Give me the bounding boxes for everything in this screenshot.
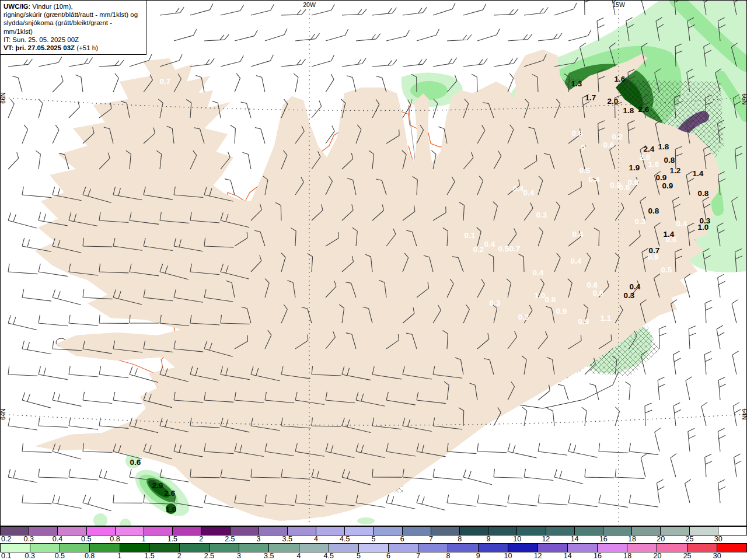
sleet-scale-segment: [58, 527, 86, 535]
sleet-scale-segment: [259, 527, 288, 535]
sleet-scale-segment: [374, 527, 402, 535]
scale-tick-label: 16: [594, 552, 602, 560]
precip-value-label: 0.3: [700, 216, 711, 225]
scale-tick-label: 20: [653, 552, 661, 560]
precip-value-label: 2.0: [608, 97, 619, 106]
scale-tick-label: 10: [513, 535, 521, 543]
scale-tick-label: 1: [117, 552, 121, 560]
rain-scale-segment: [508, 544, 538, 552]
rain-scale-segment: [568, 544, 598, 552]
precip-value-label: 0.3: [624, 291, 635, 300]
scale-tick-label: 1.5: [167, 535, 177, 543]
precip-value-label: 1.3: [571, 79, 582, 88]
precip-value-label: 1.2: [670, 166, 681, 175]
scale-tick-label: 20: [657, 535, 665, 543]
rain-scale-segment: [90, 544, 120, 552]
precip-value-label: 1.6: [648, 160, 659, 169]
sleet-scale-segment: [517, 527, 546, 535]
scale-tick-label: 18: [623, 552, 631, 560]
precip-value-label: 1.8: [623, 106, 634, 115]
rain-scale-segment: [150, 544, 180, 552]
scale-tick-label: 0.1: [1, 552, 11, 560]
iceland-weather-map: 20W15W66N64N66N64N 1.31.61.72.01.82.62.4…: [0, 0, 747, 526]
sleet-snow-scale-labels: 0.20.30.40.50.811.522.533.544.5567891012…: [0, 536, 747, 543]
precip-value-label: 0.3: [635, 217, 646, 226]
precip-value-label: 1.7: [585, 93, 596, 102]
scale-tick-label: 0.3: [24, 535, 34, 543]
scale-tick-label: 3.5: [282, 535, 292, 543]
precip-value-label: 0.6: [603, 141, 615, 149]
precip-value-label: 0.9: [578, 317, 589, 326]
rain-shower-scale-labels: 0.10.30.50.811.522.533.544.5567891012141…: [0, 552, 747, 560]
rain-scale-segment: [269, 544, 299, 552]
precip-value-label: 0.4: [571, 257, 582, 265]
precip-value-label: 1.0: [535, 291, 546, 300]
precip-value-label: 0.3: [536, 211, 547, 219]
sleet-scale-segment: [460, 527, 488, 535]
scale-tick-label: 14: [564, 552, 572, 560]
precip-value-label: 0.6: [593, 289, 604, 298]
precip-value-label: 0: [581, 143, 585, 152]
precip-value-label: 0.4: [573, 230, 584, 239]
rain-scale-segment: [359, 544, 389, 552]
scale-tick-label: 0.4: [53, 535, 62, 543]
scale-tick-label: 10: [504, 552, 512, 560]
sleet-scale-segment: [431, 527, 460, 535]
precip-value-label: 0.2: [473, 245, 484, 254]
scale-tick-label: 4.5: [323, 552, 333, 560]
precip-value-label: 0.8: [572, 129, 583, 138]
rain-scale-segment: [418, 544, 448, 552]
longitude-label: 20W: [303, 1, 316, 8]
title-line-4: IT: Sun. 25. 05. 2025 00Z: [4, 36, 142, 44]
precip-value-label: 0.6: [666, 235, 677, 244]
precip-value-label: 0.8: [545, 295, 556, 304]
latitude-label: 66N: [0, 92, 6, 103]
precip-value-label: 0.8: [664, 156, 675, 164]
precip-value-label: 0.4: [513, 184, 524, 193]
rain-scale-segment: [657, 544, 687, 552]
scale-tick-label: 8: [458, 535, 462, 543]
scale-tick-label: 0.5: [81, 535, 91, 543]
scale-tick-label: 7: [416, 552, 420, 560]
precip-value-label: 0.4: [523, 188, 535, 197]
scale-tick-label: 2.5: [225, 535, 235, 543]
precip-value-label: 0.3: [490, 299, 501, 307]
legend: 0.20.30.40.50.811.522.533.544.5567891012…: [0, 526, 747, 560]
precip-value-label: 0.9: [648, 253, 659, 261]
scale-tick-label: 30: [714, 535, 722, 543]
sleet-snow-scale-bar: [0, 526, 747, 536]
scale-tick-label: 1.5: [144, 552, 154, 560]
title-line-3: slydda/snjókoma (grátt/bleikt/grænt - mm…: [4, 19, 142, 35]
precip-value-label: 1.0: [166, 505, 177, 514]
scale-tick-label: 9: [486, 535, 490, 543]
rain-scale-segment: [180, 544, 210, 552]
sleet-scale-segment: [403, 527, 431, 535]
precip-value-label: 0.6: [130, 458, 141, 467]
sleet-scale-segment: [546, 527, 575, 535]
rain-scale-segment: [538, 544, 568, 552]
precip-value-label: 2.9: [152, 481, 163, 490]
precip-value-label: 0.8: [648, 206, 659, 215]
rain-scale-segment: [0, 544, 30, 552]
precip-value-label: 0.1: [465, 231, 476, 240]
sleet-scale-segment: [231, 527, 259, 535]
sleet-scale-segment: [201, 527, 230, 535]
weather-map-screen: 20W15W66N64N66N64N 1.31.61.72.01.82.62.4…: [0, 0, 747, 560]
rain-scale-segment: [598, 544, 627, 552]
rain-scale-segment: [210, 544, 239, 552]
sleet-scale-segment: [87, 527, 116, 535]
scale-tick-label: 5: [357, 552, 361, 560]
scale-tick-label: 4: [297, 552, 301, 560]
sleet-scale-segment: [690, 527, 718, 535]
sleet-scale-segment: [29, 527, 58, 535]
sleet-scale-segment: [718, 527, 747, 535]
sleet-scale-segment: [173, 527, 201, 535]
rain-scale-segment: [389, 544, 418, 552]
precip-value-label: 0.4: [484, 240, 495, 249]
rain-scale-segment: [329, 544, 359, 552]
sleet-scale-segment: [488, 527, 517, 535]
scale-tick-label: 2.5: [204, 552, 214, 560]
scale-tick-label: 1: [142, 535, 146, 543]
sleet-scale-segment: [116, 527, 144, 535]
precip-value-label: 1.4: [693, 169, 704, 178]
